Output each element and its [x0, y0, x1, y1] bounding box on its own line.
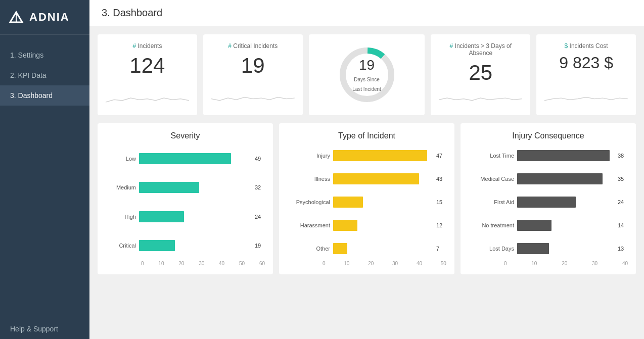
kpi-absence-label: # Incidents > 3 Days of Absence [439, 42, 522, 57]
axis-tick: 40 [219, 261, 224, 266]
bar-label: High [106, 214, 136, 220]
sidebar-nav: 1. Settings 2. KPI Data 3. Dashboard [0, 35, 89, 319]
kpi-critical: # Critical Incidents 19 [203, 34, 303, 115]
bar-track [333, 150, 433, 161]
chart-incident-type: Type of Incident Injury47Illness43Psycho… [279, 123, 454, 274]
bar-value: 43 [436, 176, 446, 182]
bar-row: Injury47 [287, 150, 446, 161]
bar-value: 12 [436, 222, 446, 228]
axis-tick: 30 [592, 261, 597, 266]
bar-label: Other [287, 246, 330, 252]
bar-label: Harassment [287, 222, 330, 228]
chart-severity: Severity Low49Medium32High24Critical19 0… [98, 123, 273, 274]
axis-tick: 30 [199, 261, 204, 266]
axis-tick: 0 [504, 261, 507, 266]
chart-incident-area: Injury47Illness43Psychological15Harassme… [287, 147, 446, 266]
chart-injury: Injury Consequence Lost Time38Medical Ca… [461, 123, 636, 274]
bar-fill [517, 197, 576, 208]
kpi-incidents-label: # Incidents [106, 42, 189, 50]
bar-fill [333, 197, 363, 208]
axis-tick: 40 [417, 261, 422, 266]
kpi-cost: $ Incidents Cost 9 823 $ [536, 34, 636, 115]
bar-track [333, 197, 433, 208]
bar-value: 15 [436, 199, 446, 205]
dashboard-content: # Incidents 124 # Critical Incidents 19 [89, 26, 644, 282]
bar-row: First Aid24 [469, 197, 628, 208]
sidebar: ADNIA 1. Settings 2. KPI Data 3. Dashboa… [0, 0, 89, 339]
bar-track [139, 211, 252, 222]
sparkline-incidents [106, 89, 189, 107]
bar-row: Lost Days13 [469, 243, 628, 254]
donut-chart: 19 Days Since Last Incident [337, 44, 397, 105]
bar-track [517, 197, 615, 208]
bar-row: Critical19 [106, 240, 265, 251]
chart-severity-area: Low49Medium32High24Critical19 0102030405… [106, 147, 265, 266]
bar-fill [333, 220, 357, 231]
axis-tick: 30 [392, 261, 398, 266]
bar-row: Other7 [287, 243, 446, 254]
bar-fill [517, 243, 549, 254]
sidebar-item-kpi[interactable]: 2. KPI Data [0, 65, 89, 85]
injury-bar-chart: Lost Time38Medical Case35First Aid24No t… [469, 147, 628, 258]
severity-bar-chart: Low49Medium32High24Critical19 [106, 147, 265, 258]
main-area: 3. Dashboard # Incidents 124 # Critical [89, 0, 644, 339]
bar-row: Medium32 [106, 182, 265, 193]
bar-label: First Aid [469, 199, 514, 205]
bar-fill [333, 243, 347, 254]
bar-track [333, 220, 433, 231]
axis-tick: 20 [178, 261, 184, 266]
charts-row: Severity Low49Medium32High24Critical19 0… [98, 123, 636, 274]
bar-track [517, 150, 615, 161]
bar-value: 24 [255, 214, 265, 220]
chart-injury-area: Lost Time38Medical Case35First Aid24No t… [469, 147, 628, 266]
bar-value: 19 [255, 243, 265, 249]
sparkline-absence [439, 89, 522, 107]
kpi-incidents-value: 124 [106, 54, 189, 78]
bar-row: No treatment14 [469, 220, 628, 231]
bar-track [333, 243, 433, 254]
bar-row: High24 [106, 211, 265, 222]
bar-fill [139, 182, 199, 193]
kpi-incidents: # Incidents 124 [98, 34, 197, 115]
bar-fill [139, 240, 175, 251]
bar-label: No treatment [469, 222, 514, 228]
axis-tick: 20 [368, 261, 374, 266]
kpi-donut: 19 Days Since Last Incident [309, 34, 425, 115]
bar-value: 38 [618, 153, 628, 159]
bar-value: 7 [436, 246, 446, 252]
sidebar-item-settings[interactable]: 1. Settings [0, 45, 89, 65]
sidebar-item-dashboard[interactable]: 3. Dashboard [0, 85, 89, 106]
sidebar-logo: ADNIA [0, 0, 89, 35]
sidebar-item-support[interactable]: Help & Support [0, 319, 89, 339]
kpi-cost-value: 9 823 $ [544, 54, 628, 72]
bar-row: Psychological15 [287, 197, 446, 208]
kpi-absence-value: 25 [439, 61, 522, 85]
injury-axis: 010203040 [469, 261, 628, 266]
bar-fill [139, 211, 184, 222]
bar-label: Injury [287, 153, 330, 159]
kpi-cost-label: $ Incidents Cost [544, 42, 628, 50]
bar-label: Critical [106, 243, 136, 249]
bar-fill [333, 150, 427, 161]
bar-value: 32 [255, 184, 265, 190]
bar-fill [517, 220, 551, 231]
incident-axis: 01020304050 [287, 261, 446, 266]
bar-track [139, 153, 252, 164]
bar-value: 35 [618, 176, 628, 182]
severity-axis: 0102030405060 [106, 261, 265, 266]
adnia-logo-icon [8, 9, 24, 25]
axis-tick: 20 [562, 261, 567, 266]
chart-injury-title: Injury Consequence [469, 131, 628, 140]
sparkline-cost [544, 89, 628, 107]
axis-tick: 10 [344, 261, 349, 266]
bar-fill [139, 153, 231, 164]
axis-tick: 50 [239, 261, 245, 266]
bar-track [517, 243, 615, 254]
incident-bar-chart: Injury47Illness43Psychological15Harassme… [287, 147, 446, 258]
donut-sublabel: Days Since Last Incident [352, 77, 381, 92]
axis-tick: 0 [323, 261, 326, 266]
donut-center: 19 Days Since Last Incident [352, 57, 382, 93]
bar-row: Medical Case35 [469, 173, 628, 184]
bar-label: Low [106, 156, 136, 162]
kpi-absence: # Incidents > 3 Days of Absence 25 [431, 34, 530, 115]
